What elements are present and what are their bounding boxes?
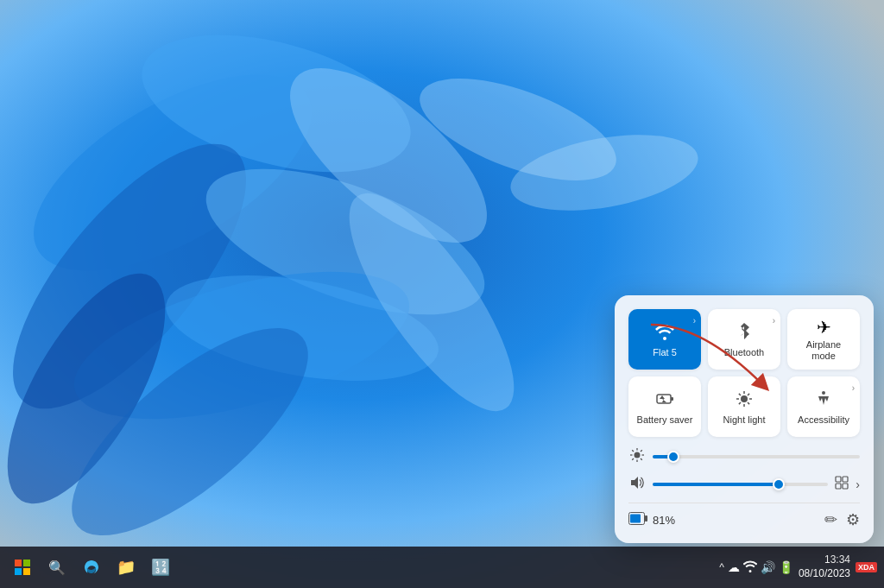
accessibility-label: Accessibility	[798, 414, 849, 426]
battery-row: 81% ✏ ⚙	[628, 503, 860, 529]
svg-rect-15	[15, 568, 22, 575]
battery-info: 81%	[628, 512, 675, 528]
svg-rect-14	[23, 560, 30, 566]
wifi-toggle-icon	[655, 322, 674, 344]
wifi-chevron-icon: ›	[693, 316, 696, 326]
wifi-toggle[interactable]: › Flat 5	[628, 309, 701, 370]
svg-rect-41	[836, 484, 841, 489]
start-button[interactable]	[7, 552, 38, 583]
volume-track[interactable]	[653, 483, 828, 486]
accessibility-chevron-icon: ›	[852, 383, 855, 393]
svg-line-24	[739, 394, 741, 395]
chevron-up-icon[interactable]: ^	[719, 561, 724, 573]
svg-rect-40	[843, 477, 848, 482]
bluetooth-chevron-icon: ›	[773, 316, 775, 326]
brightness-slider-row	[628, 447, 860, 466]
calculator-icon[interactable]: 🔢	[145, 552, 176, 583]
file-explorer-icon[interactable]: 📁	[110, 552, 142, 583]
svg-point-19	[741, 395, 748, 402]
sliders-section: ›	[628, 447, 860, 494]
bluetooth-toggle-icon	[736, 322, 753, 344]
battery-status-icon	[628, 512, 647, 528]
night-light-icon	[735, 389, 754, 411]
taskbar: 🔍 📁 🔢 ^ ☁ 🔊 🔋 13:34 08/10/2023 XDA	[0, 547, 884, 588]
system-tray-icons: ^ ☁ 🔊 🔋	[719, 560, 793, 576]
search-button[interactable]: 🔍	[41, 552, 73, 583]
brightness-track[interactable]	[653, 455, 860, 458]
svg-rect-16	[23, 568, 30, 575]
night-light-label: Night light	[723, 414, 766, 426]
night-light-toggle[interactable]: Night light	[708, 376, 780, 437]
svg-rect-13	[15, 560, 22, 566]
quick-settings-panel: › Flat 5 › Bluetooth ✈ Airplane mode	[615, 295, 874, 543]
volume-thumb[interactable]	[773, 478, 785, 490]
wifi-toggle-label: Flat 5	[653, 347, 677, 358]
svg-line-37	[632, 458, 634, 460]
svg-rect-45	[630, 514, 641, 522]
svg-rect-44	[645, 515, 647, 522]
svg-marker-38	[631, 477, 638, 489]
battery-percent: 81%	[653, 514, 675, 527]
volume-icon[interactable]: 🔊	[761, 560, 775, 574]
battery-saver-icon	[655, 389, 674, 411]
battery-actions: ✏ ⚙	[824, 510, 860, 529]
svg-rect-42	[843, 484, 848, 489]
taskbar-time[interactable]: 13:34 08/10/2023	[799, 553, 850, 580]
airplane-toggle-icon: ✈	[817, 319, 831, 336]
svg-line-35	[641, 458, 642, 460]
toggle-grid: › Flat 5 › Bluetooth ✈ Airplane mode	[628, 309, 860, 437]
volume-chevron-icon[interactable]: ›	[856, 477, 860, 491]
volume-expand-icon[interactable]	[835, 476, 849, 493]
bluetooth-toggle[interactable]: › Bluetooth	[708, 309, 780, 370]
wifi-icon[interactable]	[743, 560, 757, 576]
volume-slider-row: ›	[628, 475, 860, 494]
svg-line-36	[641, 450, 642, 452]
brightness-icon	[628, 447, 646, 466]
cloud-icon[interactable]: ☁	[728, 560, 740, 574]
svg-line-34	[632, 450, 634, 452]
edge-icon[interactable]	[76, 552, 107, 583]
airplane-toggle[interactable]: ✈ Airplane mode	[787, 309, 860, 370]
svg-rect-18	[671, 397, 673, 401]
taskbar-right: ^ ☁ 🔊 🔋 13:34 08/10/2023 XDA	[719, 553, 877, 580]
airplane-toggle-label: Airplane mode	[794, 339, 853, 362]
svg-point-29	[635, 452, 641, 458]
accessibility-toggle[interactable]: › Accessibility	[787, 376, 860, 437]
volume-fill	[653, 483, 779, 486]
xda-badge: XDA	[856, 562, 877, 572]
svg-line-27	[739, 402, 741, 404]
battery-icon[interactable]: 🔋	[779, 560, 793, 574]
svg-rect-39	[836, 477, 841, 482]
bluetooth-toggle-label: Bluetooth	[724, 347, 764, 358]
volume-icon-slider	[628, 475, 646, 494]
accessibility-icon	[814, 389, 833, 411]
taskbar-left: 🔍 📁 🔢	[7, 552, 176, 583]
edit-icon[interactable]: ✏	[824, 510, 837, 529]
battery-saver-label: Battery saver	[637, 414, 693, 426]
brightness-thumb[interactable]	[667, 451, 679, 463]
battery-saver-toggle[interactable]: Battery saver	[628, 376, 701, 437]
svg-line-25	[748, 402, 749, 404]
svg-line-26	[748, 394, 749, 395]
svg-point-28	[822, 391, 825, 395]
settings-icon[interactable]: ⚙	[846, 510, 860, 529]
